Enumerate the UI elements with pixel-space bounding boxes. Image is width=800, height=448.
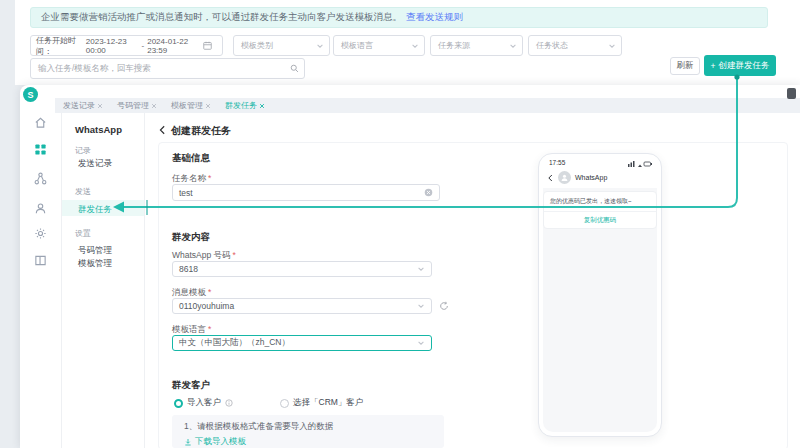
icon-rail [20,113,62,448]
date-end-value: 2024-01-22 23:59 [147,37,200,55]
refresh-label: 刷新 [677,60,694,72]
radio-selected-icon [174,399,183,408]
whatsapp-number-select[interactable]: 8618 [172,261,432,277]
sidebar-item-template-management[interactable]: 模板管理 [78,258,112,270]
sidebar-title: WhatsApp [75,124,122,135]
section-bulk-content: 群发内容 [172,231,210,244]
user-icon[interactable] [34,202,47,215]
avatar [558,171,571,184]
close-icon[interactable] [259,103,265,109]
template-category-placeholder: 模板类别 [241,40,273,51]
template-language-value-select[interactable]: 中文（中国大陆）（zh_CN） [172,335,432,351]
tab-number-management[interactable]: 号码管理 [117,100,157,111]
radio-crm-label: 选择「CRM」客户 [293,397,363,409]
task-status-select[interactable]: 任务状态 [528,35,622,56]
chevron-down-icon [417,265,425,273]
required-mark: * [233,250,236,260]
required-mark: * [208,173,211,183]
radio-crm-customers[interactable]: 选择「CRM」客户 [280,397,363,409]
book-icon[interactable] [34,254,47,267]
tab-label: 号码管理 [117,100,149,111]
tab-bulk-task[interactable]: 群发任务 [225,100,265,111]
search-input[interactable]: 输入任务/模板名称，回车搜索 [30,58,305,79]
phone-app-name: WhatsApp [575,174,607,181]
notice-text: 企业需要做营销活动推广或消息通知时，可以通过群发任务主动向客户发送模板消息。 [41,11,402,24]
template-category-select[interactable]: 模板类别 [233,35,330,56]
phone-message-text: 您的优惠码已发出，速速领取~ [544,192,656,206]
info-icon [225,399,233,407]
home-icon[interactable] [34,116,47,129]
message-template-value: 0110youhuima [179,301,234,311]
date-range-picker[interactable]: 任务开始时间： 2023-12-23 00:00 - 2024-01-22 23… [30,35,223,56]
refresh-templates-icon[interactable] [439,301,449,311]
tab-template-management[interactable]: 模板管理 [171,100,211,111]
close-icon[interactable] [205,103,211,109]
refresh-button[interactable]: 刷新 [670,57,700,75]
section-basic-info: 基础信息 [172,152,210,165]
sidebar-group-settings: 设置 [75,228,91,239]
date-start-value: 2023-12-23 00:00 [86,37,139,55]
tab-bar: 发送记录 号码管理 模板管理 群发任务 [55,98,800,113]
tab-label: 群发任务 [225,100,257,111]
import-tip-box: 1、请根据模板格式准备需要导入的数据 下载导入模板 [172,415,444,448]
screen: 企业需要做营销活动推广或消息通知时，可以通过群发任务主动向客户发送模板消息。 查… [0,0,800,448]
page-title: 创建群发任务 [171,124,231,138]
message-template-select[interactable]: 0110youhuima [172,298,432,314]
app-logo-letter: S [27,90,33,100]
task-name-input[interactable]: test [172,184,440,201]
download-template-link[interactable]: 下载导入模板 [184,436,444,448]
create-bulk-task-button[interactable]: + 创建群发任务 [704,55,776,76]
create-bulk-task-label: 创建群发任务 [718,60,769,72]
close-icon[interactable] [151,103,157,109]
chevron-down-icon [608,42,616,50]
chevron-down-icon [316,42,324,50]
chevron-down-icon [417,302,425,310]
app-logo: S [23,87,38,102]
send-rules-link[interactable]: 查看发送规则 [406,11,463,24]
phone-time: 17:55 [549,159,565,166]
chevron-down-icon [509,42,517,50]
apps-grid-icon[interactable] [34,143,47,156]
whatsapp-number-value: 8618 [179,264,198,274]
search-icon [290,64,299,73]
task-name-value: test [179,188,193,198]
calendar-icon [203,41,212,50]
tab-send-records[interactable]: 发送记录 [63,100,103,111]
sidebar-item-number-management[interactable]: 号码管理 [78,245,112,257]
phone-message-card: 您的优惠码已发出，速速领取~ 复制优惠码 [543,191,657,229]
import-tip-text: 1、请根据模板格式准备需要导入的数据 [184,421,444,433]
tab-label: 模板管理 [171,100,203,111]
back-icon[interactable] [158,125,167,135]
phone-message-button[interactable]: 复制优惠码 [544,211,656,228]
gear-icon[interactable] [34,227,47,240]
workflow-icon[interactable] [34,172,47,185]
clear-icon[interactable] [424,188,433,197]
section-bulk-customers: 群发客户 [172,379,210,392]
date-range-label: 任务开始时间： [36,35,83,56]
template-language-value: 中文（中国大陆）（zh_CN） [179,337,290,349]
radio-import-label: 导入客户 [187,397,221,409]
phone-back-icon [547,174,554,182]
download-template-label: 下载导入模板 [195,436,246,448]
radio-import-customers[interactable]: 导入客户 [174,397,233,409]
task-source-select[interactable]: 任务来源 [430,35,523,56]
template-language-select[interactable]: 模板语言 [333,35,425,56]
chevron-down-icon [411,42,419,50]
tab-label: 发送记录 [63,100,95,111]
template-language-placeholder: 模板语言 [341,40,373,51]
sidebar-group-records: 记录 [75,145,91,156]
plus-icon: + [711,61,716,71]
notice-banner: 企业需要做营销活动推广或消息通知时，可以通过群发任务主动向客户发送模板消息。 查… [30,7,768,28]
download-icon [184,438,192,446]
chevron-down-icon [417,339,425,347]
close-icon[interactable] [97,103,103,109]
task-source-placeholder: 任务来源 [438,40,470,51]
required-mark: * [208,287,211,297]
search-placeholder: 输入任务/模板名称，回车搜索 [38,63,151,75]
sidebar-group-send: 发送 [75,186,91,197]
sidebar-item-send-records[interactable]: 发送记录 [78,158,112,170]
phone-status-icons [628,160,652,167]
sidebar-item-bulk-task[interactable]: 群发任务 [78,204,112,216]
required-mark: * [208,324,211,334]
annotation-cursor-icon [787,88,796,99]
